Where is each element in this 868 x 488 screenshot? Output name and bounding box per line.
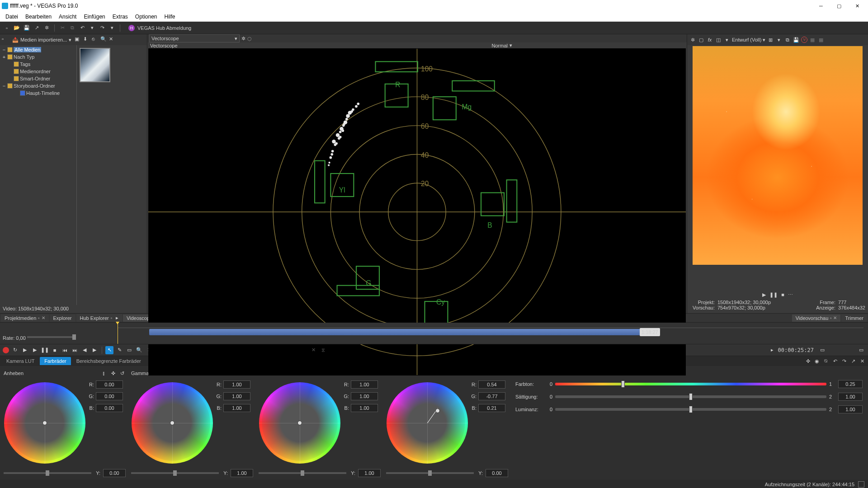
media-thumbnail[interactable]	[80, 48, 110, 82]
r-value[interactable]: 1.00	[351, 380, 378, 389]
redo-icon[interactable]: ↷	[98, 24, 106, 32]
tab-bereichsbegrenzte[interactable]: Bereichsbegrenzte Farbräder	[72, 357, 146, 365]
wheel-reset-icon[interactable]: ↺	[118, 370, 126, 377]
play-start-button[interactable]: ▶	[21, 346, 29, 354]
hsl-value[interactable]: 1.00	[838, 393, 863, 401]
normal-edit-tool[interactable]: ↖	[105, 346, 113, 354]
b-value[interactable]: 0.00	[96, 404, 123, 412]
menu-hilfe[interactable]: Hilfe	[161, 13, 179, 21]
go-start-button[interactable]: ⏮	[61, 346, 69, 354]
tree-item-medienordner[interactable]: Medienordner	[1, 68, 75, 75]
stop-button[interactable]: ■	[51, 346, 59, 354]
wheel-handle[interactable]	[435, 408, 440, 413]
tree-item-haupt-timeline[interactable]: Haupt-Timeline	[1, 89, 75, 97]
preview-settings-icon[interactable]: ✲	[689, 36, 696, 43]
autocross-icon[interactable]: ⧖	[319, 346, 327, 354]
selection-tool[interactable]: ▭	[125, 346, 133, 354]
tree-item-nach-typ[interactable]: + Nach Typ	[1, 53, 75, 61]
tab-videovorschau[interactable]: Videovorschau▫✕	[792, 314, 841, 322]
zoom-tool[interactable]: 🔍	[135, 346, 143, 354]
slider-thumb[interactable]	[173, 470, 177, 476]
slider-thumb[interactable]	[428, 470, 432, 476]
hsl-slider-hue[interactable]	[555, 383, 826, 385]
scope-settings-icon[interactable]: ✲	[241, 36, 245, 42]
tab-hub-explorer[interactable]: Hub Explorer▫▸	[76, 314, 122, 322]
expander-icon[interactable]: +	[2, 54, 6, 60]
new-project-icon[interactable]: ▫	[3, 24, 11, 32]
rate-slider-thumb[interactable]	[72, 334, 76, 340]
tree-item-smart-ordner[interactable]: Smart-Ordner	[1, 75, 75, 82]
color-wheel[interactable]	[259, 382, 340, 464]
slider-thumb[interactable]	[621, 380, 625, 388]
chevron-right-icon[interactable]: ▸	[116, 315, 118, 321]
pin-icon[interactable]: ▫	[830, 316, 831, 320]
timeline-clip[interactable]	[149, 329, 642, 335]
snapshot-copy-icon[interactable]: ⧉	[784, 36, 791, 43]
hub-status[interactable]: H VEGAS Hub Abmeldung	[128, 25, 191, 31]
hsl-slider-lum[interactable]	[555, 408, 826, 411]
wheel-handle[interactable]	[42, 421, 47, 425]
rate-slider[interactable]	[27, 336, 72, 338]
status-box-icon[interactable]	[858, 481, 864, 488]
slider-thumb[interactable]	[689, 406, 693, 413]
vectorscope-mode-dropdown[interactable]: Normal ▾	[492, 42, 512, 48]
y-value[interactable]: 0.00	[103, 469, 126, 477]
scope-refresh-icon[interactable]: ◌	[247, 36, 252, 42]
preview-quality-dropdown[interactable]: Entwurf (Voll) ▾	[732, 37, 765, 43]
save-project-icon[interactable]: 💾	[23, 24, 31, 32]
b-value[interactable]: 0.21	[478, 404, 505, 412]
g-value[interactable]: -0.77	[478, 392, 505, 400]
crossfade-icon[interactable]: ✕	[309, 346, 317, 354]
y-value[interactable]: 1.00	[358, 469, 381, 477]
tab-explorer[interactable]: Explorer	[50, 314, 75, 322]
y-value[interactable]: 1.00	[231, 469, 253, 477]
grading-node-icon[interactable]: ◉	[813, 357, 821, 365]
r-value[interactable]: 0.54	[478, 380, 505, 389]
chevron-down-icon[interactable]: ▾	[723, 36, 731, 43]
close-button[interactable]: ✕	[848, 0, 866, 12]
menu-bearbeiten[interactable]: Bearbeiten	[22, 13, 55, 21]
next-frame-button[interactable]: ▶	[90, 346, 99, 354]
tree-item-storyboard-ordner[interactable]: − Storyboard-Ordner	[1, 82, 75, 89]
close-search-icon[interactable]: ✕	[109, 36, 116, 43]
tree-item-alle-medien[interactable]: − Alle Medien	[1, 46, 75, 53]
preview-image[interactable]	[693, 46, 863, 265]
tree-item-tags[interactable]: Tags	[1, 61, 75, 68]
y-slider[interactable]	[386, 472, 474, 474]
loop-button[interactable]: ↻	[11, 346, 19, 354]
render-icon[interactable]: ↗	[33, 24, 41, 32]
pause-button[interactable]: ❚❚	[769, 292, 778, 298]
undo-icon[interactable]: ↶	[78, 24, 86, 32]
color-wheel[interactable]	[4, 382, 85, 464]
minimize-button[interactable]: ─	[812, 0, 830, 12]
menu-extras[interactable]: Extras	[109, 13, 132, 21]
y-slider[interactable]	[131, 472, 219, 474]
preview-fx-icon[interactable]: fx	[706, 36, 713, 43]
grading-undo-icon[interactable]: ↶	[831, 357, 839, 365]
y-slider[interactable]	[259, 472, 346, 474]
more-button[interactable]: ⋯	[788, 292, 793, 298]
preview-vscope-icon[interactable]: V	[801, 37, 807, 43]
timeline-playhead[interactable]	[118, 323, 118, 344]
slider-thumb[interactable]	[301, 470, 304, 476]
tab-projektmedien[interactable]: Projektmedien▫✕	[1, 314, 49, 322]
grading-picker-icon[interactable]: ✜	[804, 357, 812, 365]
timecode-mode-icon[interactable]: ▭	[818, 346, 826, 354]
hsl-slider-sat[interactable]	[555, 395, 826, 398]
wheel-handle[interactable]	[170, 421, 175, 425]
prev-frame-button[interactable]: ◀	[80, 346, 89, 354]
get-media-icon[interactable]: ⬇	[83, 36, 90, 43]
play-button[interactable]: ▶	[762, 292, 766, 298]
cut-icon[interactable]: ✂	[58, 24, 66, 32]
maximize-track-icon[interactable]: ▭	[857, 346, 865, 354]
snapshot-save-icon[interactable]: 💾	[793, 36, 800, 43]
import-media-button[interactable]: 📥 Medien importieren... ▾	[10, 37, 73, 43]
copy-icon[interactable]: ⧉	[68, 24, 76, 32]
close-icon[interactable]: ✕	[833, 315, 837, 320]
g-value[interactable]: 0.00	[96, 392, 123, 400]
go-end-button[interactable]: ⏭	[71, 346, 79, 354]
open-project-icon[interactable]: 📂	[13, 24, 21, 32]
preview-external-icon[interactable]: ▢	[698, 36, 705, 43]
preview-more2-icon[interactable]: ▦	[817, 36, 825, 43]
capture-icon[interactable]: ▣	[75, 36, 82, 43]
